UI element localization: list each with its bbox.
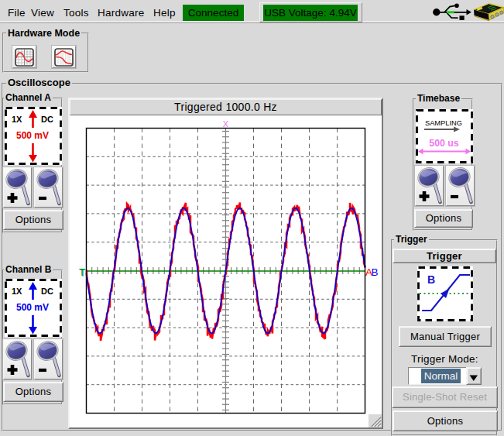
svg-text:X: X: [223, 119, 229, 129]
svg-text:B: B: [427, 273, 435, 286]
svg-text:B: B: [372, 266, 379, 278]
svg-text:500 us: 500 us: [429, 138, 458, 149]
svg-text:T: T: [79, 266, 85, 278]
svg-text:SAMPLING: SAMPLING: [425, 119, 462, 127]
